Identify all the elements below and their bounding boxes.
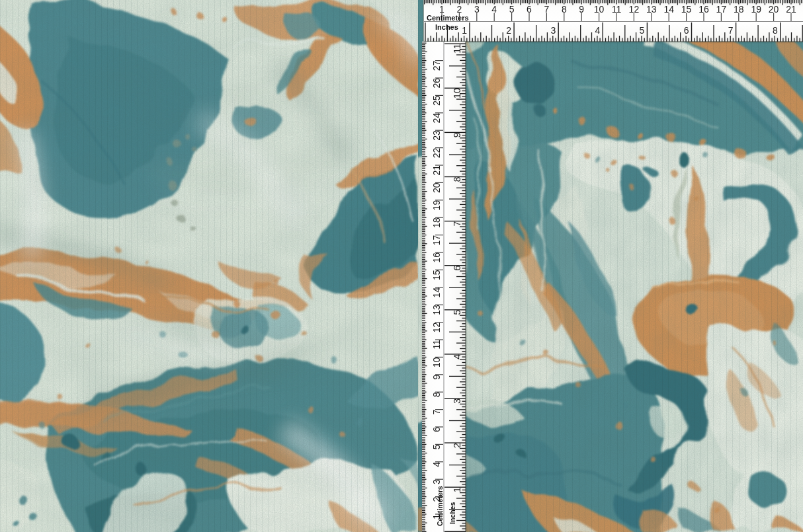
svg-text:19: 19 — [751, 4, 761, 15]
svg-text:6: 6 — [527, 4, 532, 15]
svg-text:6: 6 — [452, 265, 462, 270]
svg-text:7: 7 — [452, 221, 462, 226]
svg-text:9: 9 — [431, 375, 442, 380]
svg-text:13: 13 — [646, 4, 657, 15]
svg-text:4: 4 — [431, 462, 442, 467]
svg-text:4: 4 — [452, 354, 462, 360]
svg-text:11: 11 — [431, 340, 442, 350]
svg-text:27: 27 — [431, 60, 442, 71]
svg-text:10: 10 — [431, 357, 442, 367]
svg-text:Centimeters: Centimeters — [427, 14, 469, 22]
svg-text:15: 15 — [431, 270, 442, 280]
svg-text:8: 8 — [773, 25, 778, 36]
svg-text:2: 2 — [506, 25, 511, 36]
svg-text:12: 12 — [629, 4, 640, 15]
svg-text:11: 11 — [612, 4, 622, 15]
svg-text:18: 18 — [734, 4, 744, 15]
svg-text:4: 4 — [595, 25, 601, 36]
svg-text:1: 1 — [439, 4, 444, 15]
svg-text:2: 2 — [452, 443, 462, 448]
svg-text:8: 8 — [431, 392, 442, 397]
svg-text:13: 13 — [431, 305, 442, 315]
svg-text:14: 14 — [431, 287, 442, 298]
svg-text:7: 7 — [544, 4, 550, 15]
svg-text:15: 15 — [681, 4, 692, 15]
svg-text:17: 17 — [716, 4, 727, 15]
svg-text:12: 12 — [431, 322, 442, 332]
svg-text:24: 24 — [431, 113, 442, 124]
svg-text:22: 22 — [431, 147, 442, 158]
svg-text:Inches: Inches — [448, 502, 456, 524]
svg-text:5: 5 — [640, 25, 645, 36]
svg-text:21: 21 — [786, 4, 796, 15]
svg-text:9: 9 — [579, 4, 584, 15]
svg-text:5: 5 — [509, 4, 515, 15]
svg-text:20: 20 — [769, 4, 779, 15]
svg-text:3: 3 — [474, 4, 480, 15]
svg-text:18: 18 — [431, 217, 442, 228]
svg-text:1: 1 — [452, 487, 462, 492]
svg-text:Centimeters: Centimeters — [436, 486, 444, 526]
svg-text:19: 19 — [431, 200, 442, 211]
svg-text:4: 4 — [491, 4, 497, 15]
svg-text:17: 17 — [431, 235, 442, 245]
svg-text:25: 25 — [431, 95, 442, 106]
svg-text:10: 10 — [452, 88, 462, 98]
svg-text:8: 8 — [562, 4, 567, 15]
svg-text:10: 10 — [594, 4, 605, 15]
svg-text:3: 3 — [431, 479, 442, 484]
svg-text:5: 5 — [431, 444, 442, 449]
svg-text:3: 3 — [550, 25, 556, 36]
svg-text:20: 20 — [431, 182, 442, 193]
svg-text:6: 6 — [431, 427, 442, 432]
svg-text:5: 5 — [452, 310, 462, 315]
svg-text:1: 1 — [462, 25, 467, 36]
svg-text:21: 21 — [431, 165, 442, 176]
svg-text:9: 9 — [452, 132, 462, 137]
svg-text:16: 16 — [698, 4, 709, 15]
svg-text:3: 3 — [452, 399, 462, 404]
svg-text:Inches: Inches — [435, 23, 458, 31]
svg-text:26: 26 — [431, 78, 442, 89]
svg-text:7: 7 — [728, 25, 734, 36]
svg-text:2: 2 — [457, 4, 462, 15]
svg-text:8: 8 — [452, 176, 462, 182]
svg-text:16: 16 — [431, 252, 442, 263]
svg-text:14: 14 — [663, 4, 674, 15]
svg-text:7: 7 — [431, 409, 442, 414]
svg-text:11: 11 — [452, 44, 462, 54]
svg-text:6: 6 — [684, 25, 689, 36]
svg-text:23: 23 — [431, 130, 442, 141]
